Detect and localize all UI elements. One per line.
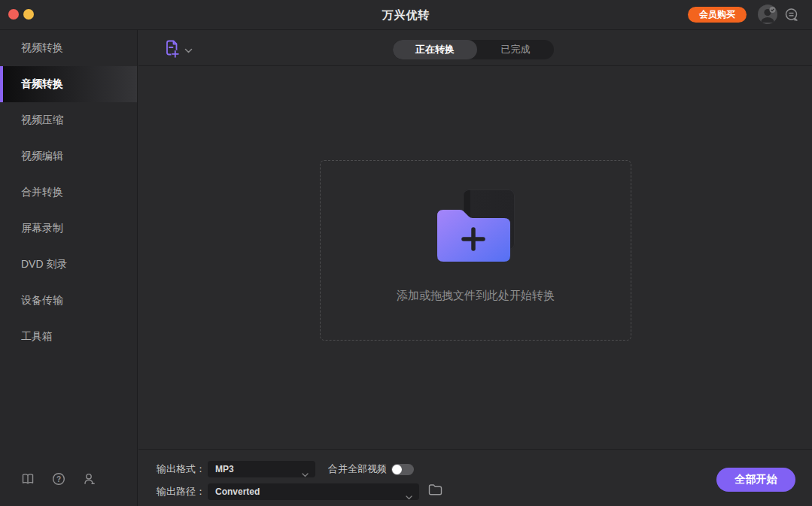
tab-converting[interactable]: 正在转换	[393, 40, 477, 59]
app-window: 万兴优转 会员购买 视频转换 音频转	[0, 0, 812, 506]
user-avatar-icon[interactable]	[758, 5, 777, 24]
output-path-label: 输出路径：	[157, 483, 205, 500]
status-tabs: 正在转换 已完成	[393, 40, 554, 59]
sidebar-item-dvd-burn[interactable]: DVD 刻录	[0, 247, 137, 283]
content-area: 正在转换 已完成	[138, 30, 812, 506]
output-format-select[interactable]: MP3	[208, 461, 315, 477]
svg-text:?: ?	[56, 475, 61, 483]
bottombar: 输出格式： MP3 合并全部视频 输出路径： Converted	[138, 449, 812, 506]
question-circle-icon[interactable]: ?	[52, 472, 65, 486]
output-format-label: 输出格式：	[157, 461, 205, 477]
sidebar-item-video-compress[interactable]: 视频压缩	[0, 102, 137, 138]
sidebar-item-video-edit[interactable]: 视频编辑	[0, 138, 137, 174]
sidebar-item-audio-convert[interactable]: 音频转换	[0, 66, 137, 102]
merge-all-label: 合并全部视频	[328, 461, 387, 477]
users-icon[interactable]	[83, 472, 96, 486]
sidebar-item-screen-record[interactable]: 屏幕录制	[0, 211, 137, 247]
start-all-button[interactable]: 全部开始	[716, 468, 795, 492]
merge-all-toggle[interactable]	[391, 464, 414, 475]
folder-plus-illustration	[437, 188, 515, 262]
output-format-value: MP3	[208, 464, 234, 474]
titlebar: 万兴优转 会员购买	[0, 0, 812, 30]
sidebar-footer: ?	[21, 472, 96, 486]
sidebar-item-video-convert[interactable]: 视频转换	[0, 30, 137, 66]
dropzone-hint: 添加或拖拽文件到此处开始转换	[321, 289, 631, 303]
membership-buy-button[interactable]: 会员购买	[688, 7, 747, 23]
toolbar: 正在转换 已完成	[138, 30, 812, 66]
sidebar-item-toolbox[interactable]: 工具箱	[0, 319, 137, 355]
sidebar-item-merge-convert[interactable]: 合并转换	[0, 174, 137, 211]
sidebar-item-device-transfer[interactable]: 设备传输	[0, 283, 137, 319]
browse-folder-icon[interactable]	[428, 483, 442, 496]
chevron-down-icon	[406, 489, 412, 503]
toggle-knob	[392, 465, 402, 474]
output-path-value: Converted	[208, 486, 260, 497]
chevron-down-icon	[184, 43, 193, 56]
add-file-button[interactable]	[163, 38, 193, 62]
document-plus-icon	[163, 38, 181, 62]
chevron-down-icon	[302, 467, 309, 480]
file-dropzone[interactable]: 添加或拖拽文件到此处开始转换	[320, 160, 631, 341]
main-area: 添加或拖拽文件到此处开始转换	[138, 66, 812, 449]
feedback-chat-icon[interactable]	[784, 8, 799, 23]
open-book-icon[interactable]	[21, 472, 35, 486]
folder-front-shape	[437, 207, 510, 265]
tab-finished[interactable]: 已完成	[477, 40, 554, 59]
sidebar: 视频转换 音频转换 视频压缩 视频编辑 合并转换 屏幕录制 DVD 刻录 设备传…	[0, 30, 138, 506]
output-path-select[interactable]: Converted	[208, 483, 419, 500]
